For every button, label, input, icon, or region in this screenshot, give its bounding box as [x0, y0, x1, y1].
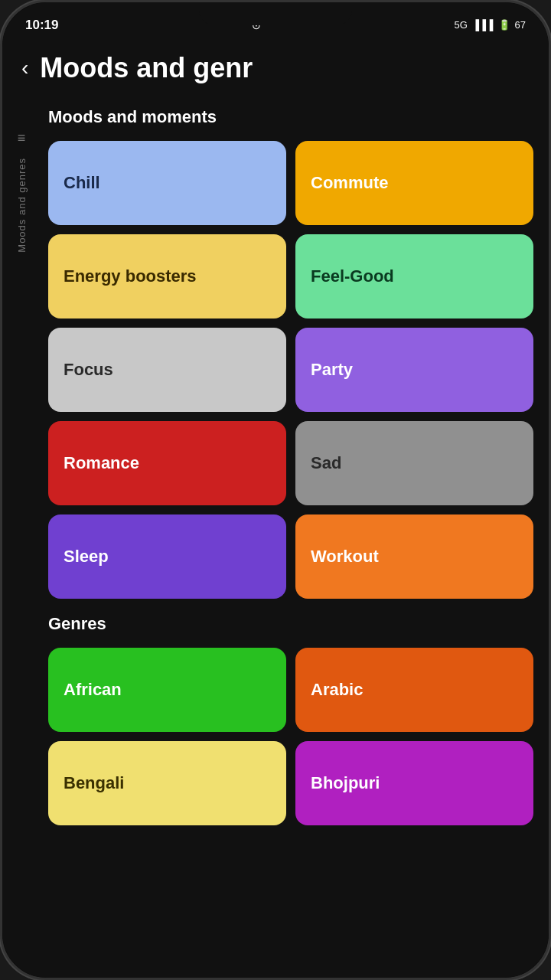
mood-card-workout[interactable]: Workout — [295, 514, 533, 599]
mood-card-feelgood-label: Feel-Good — [311, 266, 394, 286]
genre-card-bhojpuri[interactable]: Bhojpuri — [295, 741, 533, 825]
moods-section-title: Moods and moments — [48, 107, 533, 127]
mood-card-party[interactable]: Party — [295, 328, 533, 412]
mood-card-focus-label: Focus — [64, 360, 113, 380]
mood-card-party-label: Party — [311, 360, 353, 380]
mood-card-sad-label: Sad — [311, 453, 341, 473]
mood-card-sleep[interactable]: Sleep — [48, 514, 286, 599]
status-icons: 5G ▐▐▐ 🔋 67 — [455, 19, 526, 31]
main-content[interactable]: Moods and moments Chill Commute Energy b… — [41, 100, 549, 978]
header: ‹ Moods and genr — [2, 44, 549, 100]
genre-card-arabic[interactable]: Arabic — [295, 648, 533, 732]
mood-card-commute[interactable]: Commute — [295, 141, 533, 225]
genre-card-african-label: African — [64, 680, 122, 700]
filter-icon: ≡ — [18, 130, 26, 146]
moods-grid: Chill Commute Energy boosters Feel-Good — [48, 141, 533, 599]
mood-card-workout-label: Workout — [311, 547, 379, 567]
signal-bars-icon: ▐▐▐ — [472, 19, 494, 31]
battery-icon: 🔋 — [498, 19, 510, 31]
mood-card-commute-label: Commute — [311, 173, 388, 193]
genre-card-bhojpuri-label: Bhojpuri — [311, 773, 380, 793]
content-area: ≡ Moods and genres Moods and moments Chi… — [2, 100, 549, 978]
genre-card-bengali[interactable]: Bengali — [48, 741, 286, 825]
genres-grid: African Arabic Bengali Bhojpuri — [48, 648, 533, 825]
back-button[interactable]: ‹ — [21, 57, 28, 79]
genre-card-arabic-label: Arabic — [311, 680, 363, 700]
mood-card-sleep-label: Sleep — [64, 547, 109, 567]
mood-card-chill-label: Chill — [64, 173, 100, 193]
mood-card-feelgood[interactable]: Feel-Good — [295, 234, 533, 318]
camera-icon: ⊙ — [252, 19, 261, 31]
sidebar: ≡ Moods and genres — [2, 100, 41, 978]
genres-section: Genres African Arabic Bengali — [48, 614, 533, 825]
mood-card-romance[interactable]: Romance — [48, 421, 286, 505]
battery-level: 67 — [515, 19, 526, 31]
network-icon: 5G — [455, 19, 468, 31]
mood-card-focus[interactable]: Focus — [48, 328, 286, 412]
page-title: Moods and genr — [40, 52, 253, 84]
mood-card-chill[interactable]: Chill — [48, 141, 286, 225]
moods-section: Moods and moments Chill Commute Energy b… — [48, 107, 533, 599]
mood-card-energy-label: Energy boosters — [64, 266, 197, 286]
status-bar: 10:19 ⊙ 5G ▐▐▐ 🔋 67 — [2, 2, 549, 44]
genre-card-bengali-label: Bengali — [64, 773, 124, 793]
mood-card-energy[interactable]: Energy boosters — [48, 234, 286, 318]
genres-section-title: Genres — [48, 614, 533, 634]
sidebar-label: Moods and genres — [16, 158, 28, 253]
status-time: 10:19 — [25, 18, 58, 33]
genre-card-african[interactable]: African — [48, 648, 286, 732]
mood-card-romance-label: Romance — [64, 453, 139, 473]
mood-card-sad[interactable]: Sad — [295, 421, 533, 505]
